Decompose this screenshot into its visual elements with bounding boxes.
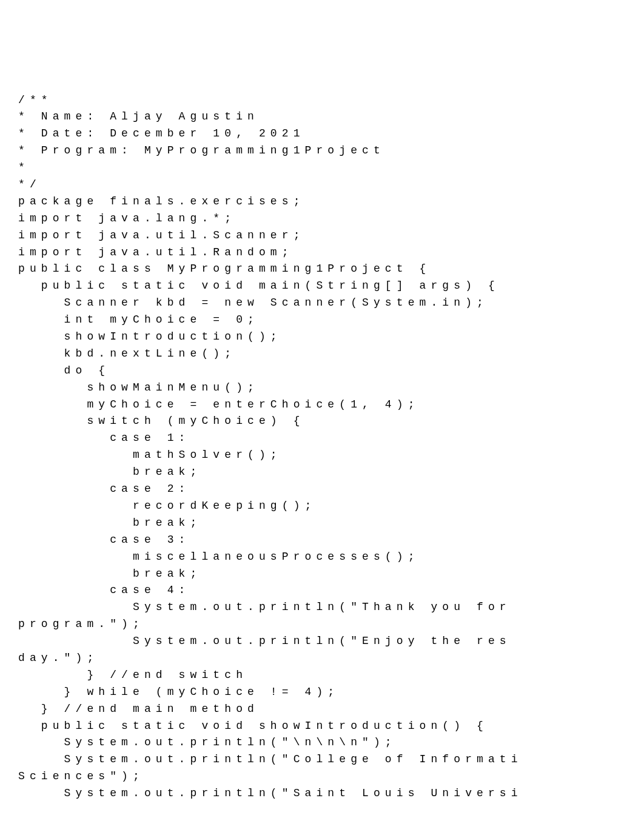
code-line: System.out.println("Thank you for — [18, 599, 626, 616]
code-line: * Date: December 10, 2021 — [18, 126, 626, 143]
code-line: public class MyProgramming1Project { — [18, 261, 626, 278]
code-line: showIntroduction(); — [18, 329, 626, 346]
code-line: case 3: — [18, 532, 626, 549]
code-line: /** — [18, 92, 626, 109]
code-line: miscellaneousProcesses(); — [18, 549, 626, 566]
code-line: kbd.nextLine(); — [18, 346, 626, 363]
code-line: System.out.println("College of Informati — [18, 751, 626, 768]
code-line: System.out.println("Saint Louis Universi — [18, 785, 626, 802]
code-line: System.out.println("\n\n\n"); — [18, 734, 626, 751]
code-line: public static void main(String[] args) { — [18, 278, 626, 295]
code-line: } //end switch — [18, 667, 626, 684]
code-line: Scanner kbd = new Scanner(System.in); — [18, 295, 626, 312]
code-line: do { — [18, 363, 626, 380]
code-line: break; — [18, 464, 626, 481]
code-line: case 4: — [18, 582, 626, 599]
code-line: import java.util.Scanner; — [18, 227, 626, 244]
code-line: * Program: MyProgramming1Project — [18, 143, 626, 159]
code-line: mathSolver(); — [18, 447, 626, 464]
code-line: import java.util.Random; — [18, 244, 626, 261]
code-line: showMainMenu(); — [18, 380, 626, 397]
code-line: program."); — [18, 616, 626, 633]
code-line: public static void showIntroduction() { — [18, 718, 626, 735]
code-line: break; — [18, 566, 626, 583]
code-line: case 1: — [18, 430, 626, 447]
code-line: recordKeeping(); — [18, 498, 626, 515]
code-line: int myChoice = 0; — [18, 312, 626, 329]
code-line: package finals.exercises; — [18, 193, 626, 210]
code-line: } //end main method — [18, 701, 626, 718]
code-line: switch (myChoice) { — [18, 413, 626, 430]
code-line: * Name: Aljay Agustin — [18, 109, 626, 126]
code-line: * — [18, 159, 626, 176]
code-line: myChoice = enterChoice(1, 4); — [18, 397, 626, 414]
code-line: Sciences"); — [18, 768, 626, 785]
code-line: import java.lang.*; — [18, 210, 626, 227]
code-line: break; — [18, 515, 626, 532]
code-line: */ — [18, 176, 626, 193]
code-document: /*** Name: Aljay Agustin* Date: December… — [18, 92, 626, 802]
code-line: } while (myChoice != 4); — [18, 684, 626, 701]
code-line: case 2: — [18, 481, 626, 498]
code-line: day."); — [18, 650, 626, 667]
code-line: System.out.println("Enjoy the res — [18, 633, 626, 650]
